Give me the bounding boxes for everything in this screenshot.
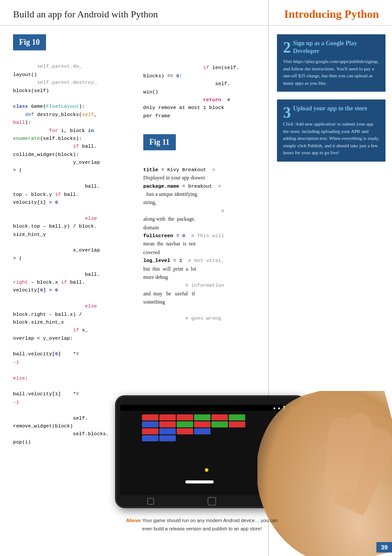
phone-home-btn xyxy=(208,497,216,506)
fig11-label: Fig 11 xyxy=(143,134,176,150)
header-main-title: Build an app for Android with Python xyxy=(13,9,158,20)
header-right-title: Introducing Python xyxy=(284,8,379,21)
block-red xyxy=(194,421,211,427)
step2-title: Sign up as a Google Play Developer xyxy=(283,40,379,55)
block-green xyxy=(194,414,211,420)
caption-label: Above xyxy=(126,518,141,523)
block-red xyxy=(229,421,245,427)
block-blue xyxy=(142,435,158,441)
step3-number: 3 xyxy=(283,105,291,120)
block-blue xyxy=(159,428,176,434)
block-red xyxy=(159,421,176,427)
game-ball xyxy=(205,468,208,472)
caption-text: Your game should run on any modern Andro… xyxy=(142,518,277,531)
page-header: Build an app for Android with Python Int… xyxy=(0,0,392,26)
step3-title: Upload your app to the store xyxy=(283,105,379,113)
block-red xyxy=(142,428,158,434)
code-block-fig10-left: self.parent.do_ layout() self.parent.des… xyxy=(13,55,139,454)
block-red xyxy=(142,414,158,420)
phone-menu-btn xyxy=(147,498,154,505)
step2-number: 2 xyxy=(283,40,291,55)
step2-body: Visit https://play.google.com/apps/publi… xyxy=(283,58,379,86)
block-blue xyxy=(159,435,176,441)
code-block-fig10-right: if len(self. blocks) == 0: self. win() r… xyxy=(143,56,265,128)
page-number: 39 xyxy=(376,542,392,553)
block-red xyxy=(177,428,193,434)
block-red xyxy=(177,414,193,420)
caption-area: Above Your game should run on any modern… xyxy=(126,516,278,532)
block-green xyxy=(177,421,193,427)
code-block-fig11: title = Kivy Breakout # Displayed in you… xyxy=(143,158,265,331)
code-left-column: Fig 10 self.parent.do_ layout() self.par… xyxy=(13,34,139,454)
code-right-column: if len(self. blocks) == 0: self. win() r… xyxy=(139,34,265,454)
fig10-label: Fig 10 xyxy=(13,34,46,50)
block-blue xyxy=(142,421,158,427)
step2-card: 2 Sign up as a Google Play Developer Vis… xyxy=(277,34,385,92)
fig11-container: Fig 11 xyxy=(143,134,265,155)
block-green xyxy=(211,421,228,427)
game-paddle xyxy=(185,480,214,483)
block-green xyxy=(229,414,245,420)
step3-card: 3 Upload your app to the store Click 'Ad… xyxy=(277,99,385,162)
step3-body: Click 'Add new application' to submit yo… xyxy=(283,120,379,156)
block-red xyxy=(211,414,228,420)
block-red xyxy=(159,414,176,420)
block-blue xyxy=(194,428,211,434)
